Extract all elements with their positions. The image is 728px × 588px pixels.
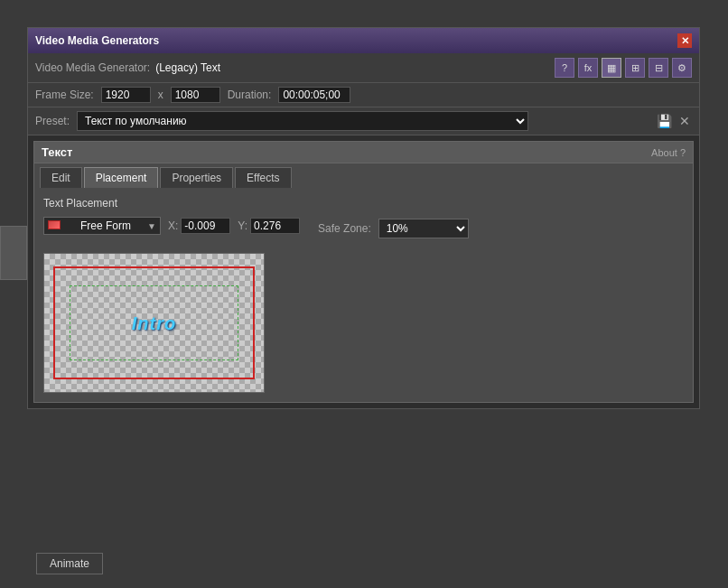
y-label: Y: <box>238 219 247 232</box>
x-coord-field: X: <box>168 218 230 234</box>
tab-properties-label: Properties <box>172 172 221 184</box>
placement-row: Free Form ▼ X: Y: <box>43 217 300 235</box>
tab-effects[interactable]: Effects <box>235 167 291 188</box>
toolbar-left: Video Media Generator: (Legacy) Text <box>35 61 220 74</box>
toolbar: Video Media Generator: (Legacy) Text ? f… <box>28 53 699 83</box>
inner-panel-header: Текст About ? <box>34 142 693 163</box>
placement-right: Safe Zone: Off 5% 10% 15% 20% <box>318 217 469 238</box>
frame-row: Frame Size: x Duration: <box>28 83 699 107</box>
dropdown-icon <box>48 219 64 232</box>
settings-icon: ⚙ <box>677 62 686 74</box>
frame-size-label: Frame Size: <box>35 89 94 101</box>
save-icon: 💾 <box>657 114 672 128</box>
window-title: Video Media Generators <box>35 34 159 47</box>
help-button[interactable]: ? <box>555 58 574 78</box>
right-side-panel <box>701 27 728 551</box>
placement-dropdown[interactable]: Free Form ▼ <box>43 217 161 235</box>
bottom-area: Animate <box>36 553 103 574</box>
x-separator: x <box>158 89 163 101</box>
inner-panel-title: Текст <box>42 145 72 159</box>
preview-text: Intro <box>132 313 176 333</box>
tab-properties[interactable]: Properties <box>160 167 233 188</box>
tab-placement[interactable]: Placement <box>84 167 159 188</box>
view3-button[interactable]: ⊟ <box>649 58 668 78</box>
settings-button[interactable]: ⚙ <box>672 58 692 78</box>
tab-edit[interactable]: Edit <box>40 167 82 188</box>
view3-icon: ⊟ <box>655 62 663 74</box>
form-icon <box>48 220 61 229</box>
preset-label: Preset: <box>35 115 70 127</box>
preset-close-button[interactable]: ✕ <box>677 114 692 128</box>
duration-input[interactable] <box>278 87 350 103</box>
tab-effects-label: Effects <box>247 172 279 184</box>
tabs-bar: Edit Placement Properties Effects <box>34 163 693 188</box>
preset-close-icon: ✕ <box>679 114 690 128</box>
safe-zone-select[interactable]: Off 5% 10% 15% 20% <box>378 219 469 238</box>
tab-content-placement: Text Placement Free Form ▼ <box>34 188 693 402</box>
about-text: About <box>651 147 677 158</box>
tab-edit-label: Edit <box>51 172 70 184</box>
preset-row: Preset: Текст по умолчанию 💾 ✕ <box>28 107 699 135</box>
placement-controls: Free Form ▼ X: Y: <box>43 217 684 393</box>
animate-button[interactable]: Animate <box>36 553 103 574</box>
preset-select[interactable]: Текст по умолчанию <box>77 111 528 131</box>
tab-placement-label: Placement <box>96 172 147 184</box>
y-coord-field: Y: <box>238 218 300 234</box>
fx-button[interactable]: fx <box>578 58 598 78</box>
left-side-panel <box>0 27 27 551</box>
dropdown-label: Free Form <box>80 219 131 232</box>
dropdown-arrow-icon: ▼ <box>147 221 156 231</box>
placement-left: Free Form ▼ X: Y: <box>43 217 300 393</box>
generator-value: (Legacy) Text <box>155 61 220 74</box>
view1-icon: ▦ <box>607 62 616 74</box>
view1-button[interactable]: ▦ <box>602 58 621 78</box>
generator-label: Video Media Generator: <box>35 61 150 74</box>
close-button[interactable]: ✕ <box>677 33 692 48</box>
safe-zone-row: Safe Zone: Off 5% 10% 15% 20% <box>318 219 469 238</box>
x-label: X: <box>168 219 178 232</box>
x-input[interactable] <box>181 218 230 234</box>
preview-canvas: Intro <box>43 253 265 393</box>
question-mark: ? <box>680 147 686 158</box>
toolbar-right: ? fx ▦ ⊞ ⊟ ⚙ <box>555 58 692 78</box>
inner-panel: Текст About ? Edit Placement Properties … <box>33 141 694 403</box>
frame-height-input[interactable] <box>171 87 220 103</box>
placement-section-title: Text Placement <box>43 197 684 210</box>
view2-icon: ⊞ <box>631 62 639 74</box>
safe-zone-label: Safe Zone: <box>318 222 371 235</box>
preset-icons: 💾 ✕ <box>655 114 692 128</box>
view2-button[interactable]: ⊞ <box>625 58 645 78</box>
left-panel-handle[interactable] <box>0 226 27 280</box>
preset-save-button[interactable]: 💾 <box>655 114 674 128</box>
frame-width-input[interactable] <box>101 87 151 103</box>
duration-label: Duration: <box>228 89 272 101</box>
y-input[interactable] <box>250 218 300 234</box>
about-link[interactable]: About ? <box>651 147 686 158</box>
main-window: Video Media Generators ✕ Video Media Gen… <box>27 27 700 409</box>
title-bar: Video Media Generators ✕ <box>28 28 699 53</box>
